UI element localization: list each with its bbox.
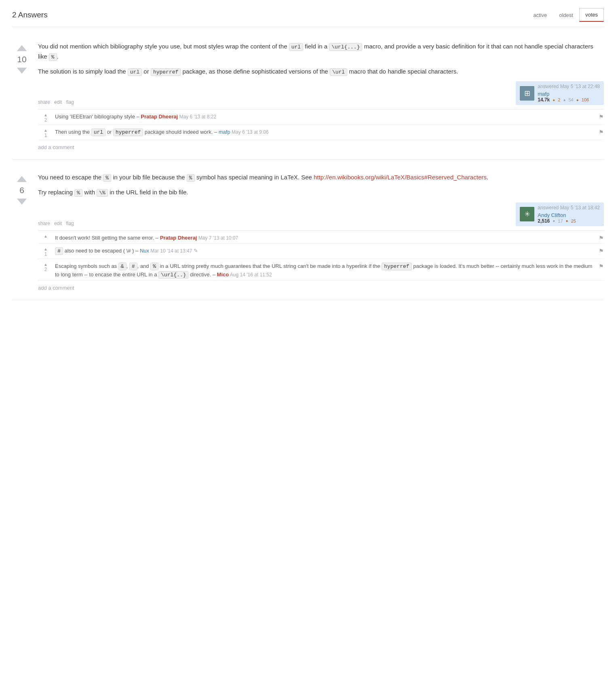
comment-row-2-3: ▲ 2 Escaping symbols such as &, #, and %…	[38, 259, 604, 281]
comment-user-2-1[interactable]: Pratap Dheeraj	[160, 235, 197, 241]
add-comment-2[interactable]: add a comment	[38, 285, 604, 291]
text-6: or	[142, 68, 151, 75]
comment-row-1-2: ▲ 1 Then using the url or hyperref packa…	[38, 125, 604, 140]
c2-3-code2: #	[129, 263, 137, 270]
edit-pencil-icon[interactable]: ✎	[194, 248, 198, 254]
c2-3-code5: \url{..}	[158, 271, 188, 279]
c2-t1: Then using the	[55, 129, 91, 135]
svg-marker-1	[17, 68, 27, 74]
comment-flag-2-2[interactable]: ⚑	[599, 248, 604, 254]
comment-count-2-3: 2	[44, 267, 47, 272]
comment-flag-1-1[interactable]: ⚑	[599, 114, 604, 120]
comment-text-2-1: It doesn't work! Still getting the same …	[55, 234, 595, 242]
comment-upvote-2-2[interactable]: ▲	[44, 247, 48, 251]
code-url-macro: \url{...}	[329, 43, 362, 51]
c2-1-t1: It doesn't work! Still getting the same …	[55, 235, 160, 241]
comment-vote-1-2: ▲ 1	[40, 128, 52, 138]
comment-row-2-2: ▲ 1 # also need to be escaped ( \# ) – N…	[38, 244, 604, 259]
svg-marker-0	[17, 45, 27, 51]
c1-text: Using 'IEEEtran' bibliography style –	[55, 114, 141, 120]
c2-code1: url	[91, 128, 105, 136]
comment-upvote-1-2[interactable]: ▲	[44, 128, 48, 133]
text-2: field in a	[303, 43, 329, 50]
answer-actions-2: share edit flag	[38, 221, 74, 226]
text-8: macro that do handle special characters.	[347, 68, 458, 75]
avatar-2: ✳	[520, 207, 534, 221]
comment-user-2-2[interactable]: Nux	[140, 248, 149, 254]
share-link-1[interactable]: share	[38, 99, 50, 105]
answers-title: 2 Answers	[12, 11, 48, 19]
username-2[interactable]: Andy Clifton	[538, 212, 600, 218]
comment-user-1-1[interactable]: Pratap Dheeraj	[141, 114, 178, 120]
vote-cell-1: 10	[12, 42, 32, 153]
c2-code2: hyperref	[113, 128, 143, 136]
comment-user-2-3[interactable]: Mico	[217, 272, 229, 278]
code-url-1: url	[289, 43, 303, 51]
tab-votes[interactable]: votes	[579, 8, 604, 22]
a2-code4: \%	[97, 189, 108, 197]
comment-count-1-2: 1	[44, 133, 47, 138]
downvote-button-2[interactable]	[15, 197, 29, 206]
reserved-chars-link[interactable]: http://en.wikibooks.org/wiki/LaTeX/Basic…	[314, 174, 487, 181]
tab-oldest[interactable]: oldest	[553, 8, 579, 22]
a2-t1: You need to escape the	[38, 174, 103, 181]
user-info-1: answered May 5 '13 at 22:48 mafp 14.7k ●…	[538, 84, 600, 103]
answer-body-1: You did not mention which bibliography s…	[38, 42, 604, 62]
c2-3-t3: , and	[137, 263, 151, 269]
user-card-1: ⊞ answered May 5 '13 at 22:48 mafp 14.7k…	[516, 81, 604, 105]
code-hyperref-1: hyperref	[151, 68, 181, 76]
a2-code2: %	[187, 174, 195, 182]
downvote-button-1[interactable]	[15, 66, 29, 76]
comments-1: ▲ 2 Using 'IEEEtran' bibliography style …	[38, 109, 604, 140]
username-1[interactable]: mafp	[538, 91, 600, 97]
answered-label-2: answered May 5 '13 at 18:42	[538, 205, 600, 210]
comment-flag-1-2[interactable]: ⚑	[599, 129, 604, 135]
comment-text-2-3: Escaping symbols such as &, #, and % in …	[55, 262, 595, 279]
svg-marker-3	[17, 199, 27, 205]
flag-link-1[interactable]: flag	[66, 99, 74, 105]
comment-text-1-2: Then using the url or hyperref package s…	[55, 128, 595, 137]
edit-link-2[interactable]: edit	[54, 221, 62, 226]
flag-link-2[interactable]: flag	[66, 221, 74, 226]
vote-count-1: 10	[17, 55, 26, 64]
code-url-3: \url	[330, 68, 347, 76]
comment-upvote-1-1[interactable]: ▲	[44, 113, 48, 117]
silver-dot-2: ●	[553, 219, 555, 223]
answer-body-2: You need to escape the % in your bib fil…	[38, 173, 604, 183]
comment-vote-2-2: ▲ 1	[40, 247, 52, 257]
c2-3-code3: %	[150, 263, 158, 270]
comment-row-2-1: ▲ It doesn't work! Still getting the sam…	[38, 231, 604, 244]
comment-user-1-2[interactable]: mafp	[219, 129, 230, 135]
comment-flag-2-3[interactable]: ⚑	[599, 263, 604, 269]
bronze-count-2: 25	[571, 219, 576, 223]
svg-marker-2	[17, 176, 27, 182]
comment-time-1-2: May 6 '13 at 9:06	[230, 129, 269, 135]
comment-text-2-2: # also need to be escaped ( \# ) – Nux M…	[55, 247, 595, 255]
tab-active[interactable]: active	[527, 8, 553, 22]
upvote-button-1[interactable]	[15, 43, 29, 53]
answered-label-1: answered May 5 '13 at 22:48	[538, 84, 600, 89]
comment-time-2-1: May 7 '13 at 10:07	[197, 235, 238, 241]
comment-upvote-2-1[interactable]: ▲	[44, 234, 48, 238]
text-4: .	[57, 53, 59, 60]
silver-dot-1: ●	[563, 98, 565, 102]
add-comment-1[interactable]: add a comment	[38, 144, 604, 150]
comment-upvote-2-3[interactable]: ▲	[44, 262, 48, 267]
comment-flag-2-1[interactable]: ⚑	[599, 235, 604, 241]
answer-body-1b: The solution is to simply load the url o…	[38, 67, 604, 77]
share-link-2[interactable]: share	[38, 221, 50, 226]
answer-2: 6 You need to escape the % in your bib f…	[12, 166, 604, 300]
gold-count-1: 2	[558, 97, 560, 102]
upvote-button-2[interactable]	[15, 174, 29, 184]
a2-t2: in your bib file because the	[111, 174, 187, 181]
user-info-2: answered May 5 '13 at 18:42 Andy Clifton…	[538, 205, 600, 224]
answer-actions-1: share edit flag	[38, 99, 74, 105]
comment-time-1-1: May 6 '13 at 8:22	[178, 114, 216, 120]
comment-vote-2-3: ▲ 2	[40, 262, 52, 272]
avatar-1: ⊞	[520, 86, 534, 101]
edit-link-1[interactable]: edit	[54, 99, 62, 105]
c2-t2: or	[105, 129, 113, 135]
badges-2: 2,516 ● 17 ● 25	[538, 218, 600, 224]
text-5: The solution is to simply load the	[38, 68, 128, 75]
text-7: package, as those define sophisticated v…	[181, 68, 330, 75]
